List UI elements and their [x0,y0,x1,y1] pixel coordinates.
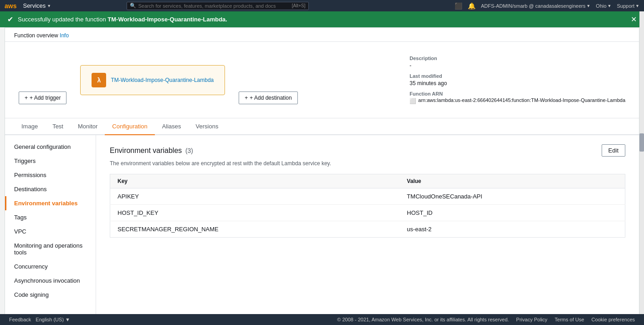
tab-versions[interactable]: Versions [189,118,226,135]
nav-right: ⬛ 🔔 ADFS-ADMIN/smarb @ canadasalesengine… [455,2,639,10]
env-vars-count: (3) [185,147,193,154]
language-arrow-icon: ▼ [65,317,70,318]
tab-test[interactable]: Test [45,118,71,135]
function-arn-value: arn:aws:lambda:us-east-2:666402644145:fu… [418,97,625,103]
sidebar-item-permissions[interactable]: Permissions [5,168,96,182]
description-section: Description - [409,56,625,69]
sidebar-item-env-vars[interactable]: Environment variables [5,196,96,210]
add-destination-button[interactable]: + + Add destination [239,91,297,104]
page-scrollbar[interactable] [639,11,644,316]
region-arrow-icon: ▼ [608,4,612,8]
env-value-0: TMCloudOneSECanada-API [399,188,625,205]
config-sidebar: General configuration Triggers Permissio… [5,135,96,317]
sidebar-item-destinations[interactable]: Destinations [5,182,96,196]
region-label: Ohio [596,3,606,9]
footer-right: © 2008 - 2021, Amazon Web Services, Inc.… [337,317,635,318]
function-arn-value-row: ⬜ arn:aws:lambda:us-east-2:666402644145:… [409,97,625,104]
add-destination-label: + Add destination [250,95,291,101]
last-modified-label: Last modified [409,73,625,79]
search-shortcut: [Alt+S] [292,3,306,8]
env-vars-title: Environment variables [110,147,182,154]
top-navigation: aws Services ▼ 🔍 [Alt+S] ⬛ 🔔 ADFS-ADMIN/… [0,0,644,11]
copy-arn-icon[interactable]: ⬜ [409,98,416,104]
bell-icon[interactable]: 🔔 [468,2,475,10]
env-key-1: HOST_ID_KEY [110,205,400,221]
privacy-link[interactable]: Privacy Policy [516,317,547,318]
table-row: SECRETMANAGER_REGION_NAME us-east-2 [110,221,625,238]
footer-left: Feedback English (US) ▼ [9,317,70,318]
support-label: Support [617,3,635,9]
user-menu[interactable]: ADFS-ADMIN/smarb @ canadasalesengineers … [481,3,590,9]
description-value: - [409,62,411,69]
env-vars-section-header: Environment variables (3) Edit [110,144,625,157]
tab-image[interactable]: Image [14,118,45,135]
lambda-diagram: + + Add trigger λ TM-Workload-Impose-Qua… [5,42,639,118]
config-main-panel: Environment variables (3) Edit The envir… [96,135,639,317]
tab-configuration[interactable]: Configuration [105,118,154,135]
last-modified-section: Last modified 35 minutes ago [409,73,625,86]
tab-aliases[interactable]: Aliases [155,118,189,135]
success-banner: ✔ Successfully updated the function TM-W… [0,11,644,27]
last-modified-value: 35 minutes ago [409,80,447,86]
close-banner-button[interactable]: ✕ [631,15,637,24]
add-trigger-icon: + [25,95,28,101]
sidebar-item-monitoring[interactable]: Monitoring and operations tools [5,239,96,259]
tab-monitor[interactable]: Monitor [71,118,105,135]
global-search-bar[interactable]: 🔍 [Alt+S] [127,2,309,10]
function-arn-label: Function ARN [409,91,625,96]
env-key-0: APIKEY [110,188,400,205]
sidebar-item-general[interactable]: General configuration [5,140,96,154]
lambda-icon: λ [92,73,106,87]
user-arrow-icon: ▼ [586,4,590,8]
function-overview-header: Function overview Info [5,28,639,42]
support-arrow-icon: ▼ [635,4,639,8]
col-key-header: Key [110,174,400,188]
sidebar-item-async[interactable]: Asynchronous invocation [5,274,96,288]
sidebar-item-tags[interactable]: Tags [5,210,96,224]
add-trigger-button[interactable]: + + Add trigger [19,91,66,104]
lambda-info-panel: Description - Last modified 35 minutes a… [409,51,625,109]
table-row: APIKEY TMCloudOneSECanada-API [110,188,625,205]
function-tabs: Image Test Monitor Configuration Aliases… [5,118,639,135]
check-icon: ✔ [7,15,13,24]
edit-env-vars-button[interactable]: Edit [602,144,625,157]
description-label: Description [409,56,625,61]
add-trigger-label: + Add trigger [30,95,61,101]
feedback-link[interactable]: Feedback [9,317,31,318]
services-label: Services [23,2,46,9]
sidebar-item-code-signing[interactable]: Code signing [5,288,96,302]
footer-copyright: © 2008 - 2021, Amazon Web Services, Inc.… [337,317,509,318]
aws-logo: aws [5,2,16,10]
env-value-2: us-east-2 [399,221,625,238]
support-menu[interactable]: Support ▼ [617,3,639,9]
env-key-2: SECRETMANAGER_REGION_NAME [110,221,400,238]
terms-link[interactable]: Terms of Use [555,317,584,318]
banner-text: Successfully updated the function TM-Wor… [18,16,227,23]
tab-content: General configuration Triggers Permissio… [5,135,639,317]
footer-language[interactable]: English (US) ▼ [36,317,70,318]
env-vars-title-group: Environment variables (3) [110,147,193,155]
env-value-1: HOST_ID [399,205,625,221]
sidebar-item-vpc[interactable]: VPC [5,224,96,239]
cloud-icon[interactable]: ⬛ [455,2,462,10]
region-menu[interactable]: Ohio ▼ [596,3,611,9]
services-arrow-icon: ▼ [47,4,51,8]
footer: Feedback English (US) ▼ © 2008 - 2021, A… [0,314,644,318]
env-vars-table: Key Value APIKEY TMCloudOneSECanada-API … [110,174,625,238]
lambda-function-box: λ TM-Workload-Impose-Quarantine-Lambda [80,65,225,95]
scrollbar-thumb[interactable] [639,133,644,152]
search-icon: 🔍 [130,3,136,9]
services-menu[interactable]: Services ▼ [23,2,51,9]
user-label: ADFS-ADMIN/smarb @ canadasalesengineers [481,3,585,9]
env-vars-subtitle: The environment variables below are encr… [110,160,625,167]
lambda-function-name[interactable]: TM-Workload-Impose-Quarantine-Lambda [111,77,214,83]
function-overview-title: Function overview [14,32,58,39]
cookie-link[interactable]: Cookie preferences [592,317,635,318]
search-input[interactable] [138,3,290,9]
main-content: Function overview Info + + Add trigger λ… [5,27,639,318]
sidebar-item-concurrency[interactable]: Concurrency [5,259,96,274]
sidebar-item-triggers[interactable]: Triggers [5,154,96,168]
add-destination-icon: + [245,95,248,101]
table-row: HOST_ID_KEY HOST_ID [110,205,625,221]
col-value-header: Value [399,174,625,188]
